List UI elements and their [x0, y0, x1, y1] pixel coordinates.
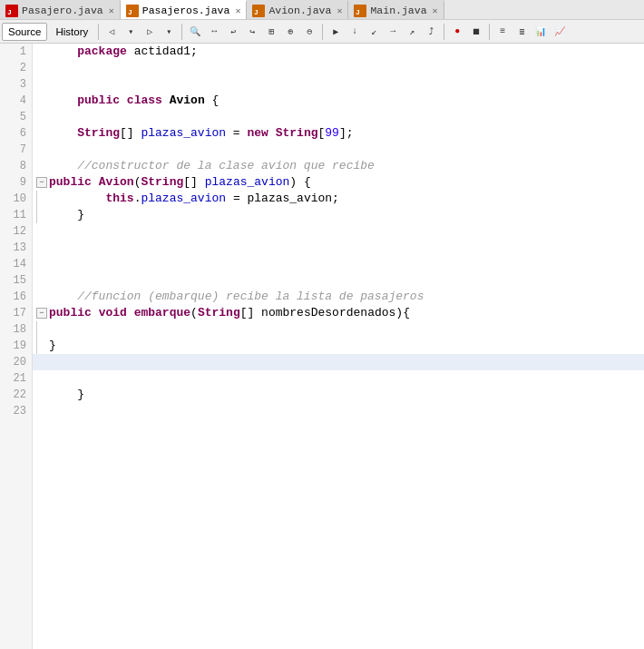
code-token: ) { [289, 174, 310, 191]
tab-pasajero[interactable]: J Pasajero.java ✕ [0, 0, 121, 19]
code-token: public [49, 305, 92, 321]
toolbar-icon-run[interactable]: ▶ [327, 23, 345, 41]
tab-avion[interactable]: J Avion.java ✕ [247, 0, 348, 19]
tab-close-pasajeros[interactable]: ✕ [235, 5, 240, 16]
toolbar-icon-fwd[interactable]: ↪ [243, 23, 261, 41]
code-token [49, 191, 105, 207]
toolbar-icon-dbg1[interactable]: ↓ [346, 23, 364, 41]
toolbar-icon-bp-red[interactable]: ● [448, 23, 466, 41]
toolbar-icon-dbg4[interactable]: ↗ [403, 23, 421, 41]
line-numbers: 1 2 3 4 5 6 7 8 9 10 11 12 13 14 15 16 1… [0, 44, 33, 649]
code-token: actidad1; [127, 44, 198, 60]
code-token: plazas_avion [205, 174, 290, 191]
code-token: plazas_avion [141, 125, 226, 142]
code-line-19: } [33, 338, 644, 354]
code-token: Avion [170, 93, 205, 109]
history-button[interactable]: History [49, 23, 94, 41]
code-line-14 [33, 256, 644, 272]
tab-close-avion[interactable]: ✕ [337, 5, 342, 16]
toolbar-group-extra: ≡ ≣ 📊 📈 [493, 23, 569, 41]
code-token: = [226, 125, 247, 142]
code-line-2 [33, 60, 644, 76]
toolbar-icon-prev[interactable]: ◁ [102, 23, 121, 41]
code-line-5 [33, 109, 644, 125]
code-line-17: − public void embarque(String[] nombresD… [33, 305, 644, 321]
code-token: . [134, 191, 141, 207]
code-token [162, 93, 170, 109]
code-token: public [49, 174, 92, 191]
code-editor[interactable]: 1 2 3 4 5 6 7 8 9 10 11 12 13 14 15 16 1… [0, 44, 644, 649]
code-token: [] [183, 174, 204, 191]
line-num-2: 2 [0, 60, 32, 76]
toolbar-icon-replace[interactable]: ↔ [205, 23, 223, 41]
code-token: public [77, 93, 120, 109]
toolbar-separator-4 [444, 24, 444, 40]
code-token: new [247, 125, 268, 142]
line-num-22: 22 [0, 387, 32, 403]
line-num-6: 6 [0, 125, 32, 142]
toolbar-icon-extra3[interactable]: 📊 [532, 23, 550, 41]
toolbar-icon-extra4[interactable]: 📈 [551, 23, 569, 41]
fold-indent-18 [36, 321, 49, 338]
code-line-18 [33, 321, 644, 338]
code-token: ( [134, 174, 141, 191]
line-num-14: 14 [0, 256, 32, 272]
code-token: 99 [325, 125, 339, 142]
fold-button-9[interactable]: − [36, 177, 47, 188]
tab-close-pasajero[interactable]: ✕ [109, 5, 114, 16]
toolbar-separator-5 [489, 24, 490, 40]
tab-close-main[interactable]: ✕ [433, 5, 438, 16]
svg-text:J: J [356, 8, 360, 16]
code-token: [ [318, 125, 326, 142]
toolbar-icon-bp-stop[interactable]: ⏹ [467, 23, 485, 41]
line-num-20: 20 [0, 354, 32, 370]
svg-text:J: J [254, 8, 259, 16]
toolbar-icon-dropdown[interactable]: ▾ [122, 23, 140, 41]
code-line-23 [33, 403, 644, 419]
line-num-19: 19 [0, 338, 32, 354]
svg-text:J: J [7, 8, 12, 16]
line-num-5: 5 [0, 109, 32, 125]
code-token: } [49, 387, 84, 403]
fold-button-17[interactable]: − [36, 308, 47, 319]
fold-indent-19 [36, 338, 49, 354]
code-token [268, 125, 276, 142]
code-line-20[interactable] [33, 354, 644, 370]
tab-pasajeros[interactable]: J Pasajeros.java ✕ [121, 0, 248, 19]
toolbar-icon-next[interactable]: ▷ [141, 23, 159, 41]
toolbar-group-nav: ◁ ▾ ▷ ▾ [102, 23, 178, 41]
toolbar-icon-dropdown2[interactable]: ▾ [160, 23, 178, 41]
code-line-22: } [33, 387, 644, 403]
toolbar-icon-search[interactable]: 🔍 [186, 23, 204, 41]
tab-bar: J Pasajero.java ✕ J Pasajeros.java ✕ J A… [0, 0, 644, 20]
code-line-21 [33, 370, 644, 387]
code-token [92, 174, 99, 191]
line-num-18: 18 [0, 321, 32, 338]
java-icon-2: J [126, 5, 139, 17]
java-icon-4: J [354, 5, 366, 17]
code-line-15 [33, 272, 644, 289]
code-token: String [276, 125, 318, 142]
source-button[interactable]: Source [2, 23, 47, 41]
line-num-3: 3 [0, 76, 32, 93]
toolbar-icon-extra2[interactable]: ≣ [512, 23, 531, 41]
tab-label: Pasajero.java [22, 5, 103, 16]
toolbar-icon-dbg3[interactable]: → [384, 23, 402, 41]
toolbar-icon-inc[interactable]: ⊕ [281, 23, 299, 41]
toolbar-icon-dec[interactable]: ⊖ [300, 23, 318, 41]
code-line-11: } [33, 207, 644, 223]
toolbar-icon-dbg5[interactable]: ⤴ [422, 23, 440, 41]
toolbar-icon-extra1[interactable]: ≡ [493, 23, 512, 41]
code-text[interactable]: package actidad1; public class Avion { S… [33, 44, 644, 649]
code-token: plazas_avion [141, 191, 226, 207]
toolbar-icon-dbg2[interactable]: ↙ [365, 23, 383, 41]
toolbar-icon-back[interactable]: ↩ [224, 23, 242, 41]
toolbar-group-debug: ▶ ↓ ↙ → ↗ ⤴ [327, 23, 440, 41]
code-token: void [99, 305, 127, 321]
line-num-11: 11 [0, 207, 32, 223]
tab-main[interactable]: J Main.java ✕ [348, 0, 444, 19]
code-token: } [49, 207, 84, 223]
toolbar-icon-match[interactable]: ⊞ [262, 23, 280, 41]
code-line-1: package actidad1; [33, 44, 644, 60]
code-token: //funcion (embarque) recibe la lista de … [49, 289, 424, 305]
